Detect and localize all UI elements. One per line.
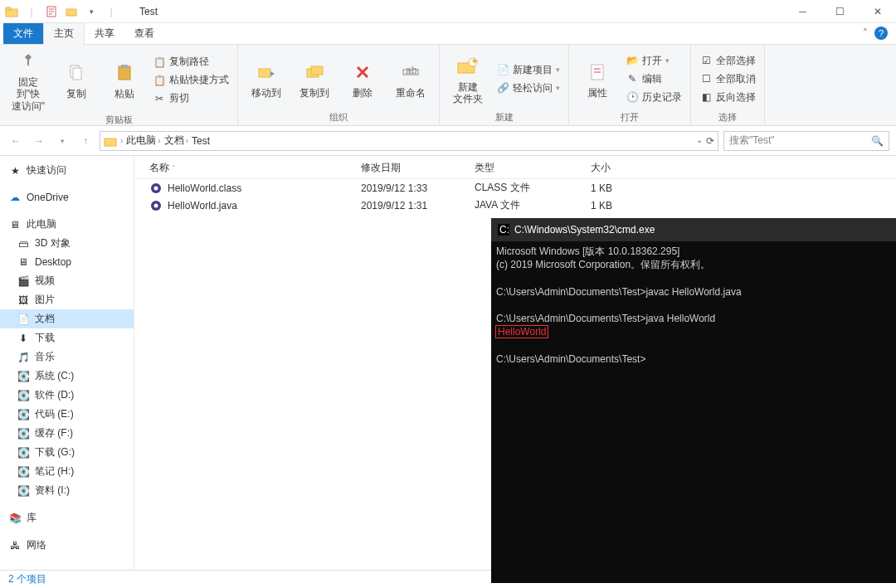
collapse-ribbon-icon[interactable]: ˄ (863, 27, 868, 39)
new-item-icon: 📄 (496, 63, 509, 76)
select-group-label: 选择 (698, 109, 757, 124)
sidebar-libraries[interactable]: 📚库 (0, 508, 134, 527)
sidebar-network[interactable]: 🖧网络 (0, 536, 134, 555)
select-all-button[interactable]: ☑全部选择 (698, 53, 757, 69)
maximize-button[interactable]: ☐ (821, 0, 859, 23)
sidebar-item[interactable]: 💽资料 (I:) (0, 481, 134, 500)
up-button[interactable]: ↑ (76, 132, 95, 150)
tab-file[interactable]: 文件 (3, 23, 43, 44)
file-name: HelloWorld.class (168, 182, 241, 194)
minimize-button[interactable]: ─ (784, 0, 821, 23)
recent-dropdown[interactable]: ▾ (53, 132, 71, 150)
organize-group-label: 组织 (245, 109, 432, 124)
file-row[interactable]: HelloWorld.java2019/9/12 1:31JAVA 文件1 KB (134, 197, 896, 214)
window-title: Test (139, 6, 158, 17)
sidebar-item-icon: 🎬 (17, 275, 30, 288)
select-none-button[interactable]: ☐全部取消 (698, 71, 757, 87)
breadcrumb-folder[interactable]: Test (192, 135, 210, 147)
search-placeholder: 搜索"Test" (729, 134, 775, 148)
file-name: HelloWorld.java (168, 200, 237, 211)
qat-dropdown-icon[interactable]: ▾ (83, 3, 100, 20)
properties-icon[interactable] (43, 3, 60, 20)
menu-tabs: 文件 主页 共享 查看 ˄ ? (0, 23, 896, 45)
sidebar-item-label: 软件 (D:) (35, 388, 74, 402)
sidebar-item[interactable]: 🖥Desktop (0, 253, 134, 271)
rename-icon: ab (397, 59, 424, 85)
forward-button[interactable]: → (30, 132, 48, 150)
sidebar-item[interactable]: ⬇下载 (0, 328, 134, 347)
cloud-icon: ☁ (8, 191, 22, 204)
ribbon-help-area: ˄ ? (863, 27, 888, 40)
address-bar[interactable]: › 此电脑 › 文档 › Test ⌄ ⟳ (100, 131, 718, 151)
column-size[interactable]: 大小 (591, 161, 657, 175)
tab-share[interactable]: 共享 (85, 23, 124, 44)
cmd-output[interactable]: Microsoft Windows [版本 10.0.18362.295] (c… (491, 241, 896, 369)
refresh-icon[interactable]: ⟳ (706, 135, 714, 147)
edit-button[interactable]: ✎编辑 (624, 71, 684, 87)
sidebar-item-icon: 💽 (17, 446, 30, 459)
copy-to-icon (301, 59, 328, 85)
copy-button[interactable]: 复制 (55, 48, 98, 112)
cut-button[interactable]: ✂剪切 (151, 90, 231, 106)
sidebar-onedrive[interactable]: ☁OneDrive (0, 188, 134, 207)
breadcrumb-pc[interactable]: 此电脑 › (126, 134, 160, 148)
delete-button[interactable]: 删除 (341, 48, 384, 109)
copy-path-icon: 📋 (153, 56, 166, 69)
copy-path-button[interactable]: 📋复制路径 (151, 54, 231, 70)
sidebar-item[interactable]: 💽代码 (E:) (0, 405, 134, 424)
file-row[interactable]: HelloWorld.class2019/9/12 1:33CLASS 文件1 … (134, 179, 896, 197)
sidebar-item[interactable]: 🎵音乐 (0, 347, 134, 367)
history-button[interactable]: 🕑历史记录 (624, 90, 684, 105)
move-to-button[interactable]: 移动到 (245, 48, 288, 109)
sidebar-item[interactable]: 💽系统 (C:) (0, 367, 134, 386)
star-icon: ★ (8, 164, 22, 177)
svg-rect-6 (119, 66, 130, 80)
sidebar-item[interactable]: 💽缓存 (F:) (0, 424, 134, 443)
new-item-button[interactable]: 📄新建项目 ▾ (494, 62, 562, 78)
column-type[interactable]: 类型 (475, 161, 591, 175)
sidebar-item[interactable]: 💽软件 (D:) (0, 386, 134, 405)
back-button[interactable]: ← (7, 132, 25, 150)
sidebar-item[interactable]: 🖼图片 (0, 290, 134, 309)
column-date[interactable]: 修改日期 (361, 161, 475, 175)
copy-to-button[interactable]: 复制到 (293, 48, 336, 109)
sidebar-item-label: 视频 (35, 274, 55, 288)
ribbon-group-new: ✦新建 文件夹 📄新建项目 ▾ 🔗轻松访问 ▾ 新建 (440, 45, 569, 125)
chevron-right-icon[interactable]: › (120, 136, 123, 145)
sidebar-item[interactable]: 💽笔记 (H:) (0, 462, 134, 481)
invert-selection-button[interactable]: ◧反向选择 (698, 90, 757, 105)
easy-access-button[interactable]: 🔗轻松访问 ▾ (494, 80, 562, 96)
clipboard-group-label: 剪贴板 (7, 112, 231, 126)
address-dropdown-icon[interactable]: ⌄ (696, 135, 703, 147)
sidebar-thispc[interactable]: 🖥此电脑 (0, 215, 134, 234)
sidebar-quick-access[interactable]: ★快速访问 (0, 161, 134, 180)
new-folder-button[interactable]: ✦新建 文件夹 (446, 48, 489, 109)
paste-button[interactable]: 粘贴 (103, 48, 146, 112)
sidebar-item[interactable]: 🗃3D 对象 (0, 234, 134, 253)
cmd-window[interactable]: C:\ C:\Windows\System32\cmd.exe Microsof… (491, 218, 896, 583)
paste-shortcut-button[interactable]: 📋粘贴快捷方式 (151, 72, 231, 88)
tab-view[interactable]: 查看 (124, 23, 164, 44)
open-button[interactable]: 📂打开 ▾ (624, 53, 684, 69)
breadcrumb-docs[interactable]: 文档 › (164, 134, 188, 148)
pin-icon (15, 48, 41, 75)
tab-home[interactable]: 主页 (43, 22, 85, 45)
sidebar-item-label: 文档 (35, 312, 55, 326)
cmd-titlebar[interactable]: C:\ C:\Windows\System32\cmd.exe (491, 218, 896, 241)
sidebar-item[interactable]: 📄文档 (0, 309, 134, 328)
close-button[interactable]: ✕ (859, 0, 896, 23)
sidebar-item-icon: 🖥 (17, 255, 30, 269)
new-folder-qat-icon[interactable] (63, 3, 80, 20)
help-icon[interactable]: ? (874, 27, 888, 40)
search-input[interactable]: 搜索"Test" 🔍 (723, 131, 889, 151)
sidebar-item[interactable]: 🎬视频 (0, 271, 134, 290)
rename-button[interactable]: ab重命名 (389, 48, 432, 109)
properties-button[interactable]: 属性 (576, 48, 619, 109)
sidebar-item[interactable]: 💽下载 (G:) (0, 443, 134, 462)
ribbon-group-clipboard: 固定到"快 速访问" 复制 粘贴 📋复制路径 📋粘贴快捷方式 ✂剪切 剪贴板 (0, 45, 238, 125)
sidebar-item-label: 笔记 (H:) (35, 464, 74, 479)
column-name[interactable]: 名称ˆ (149, 161, 361, 175)
pin-button[interactable]: 固定到"快 速访问" (7, 48, 50, 112)
ribbon-group-select: ☑全部选择 ☐全部取消 ◧反向选择 选择 (691, 45, 765, 125)
cmd-title-text: C:\Windows\System32\cmd.exe (514, 224, 655, 236)
